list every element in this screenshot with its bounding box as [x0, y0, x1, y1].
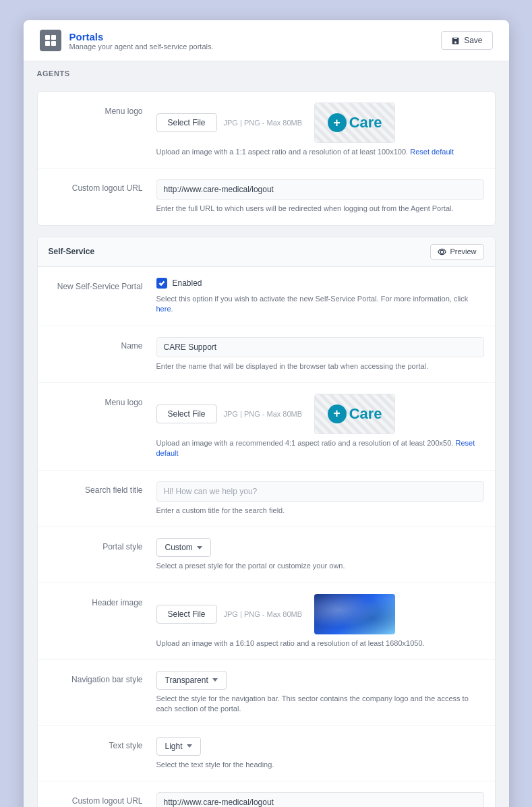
ss-file-hint: JPG | PNG - Max 80MB [224, 410, 303, 418]
self-service-header: Self-Service Preview [38, 237, 495, 267]
nav-bar-style-content: Transparent Select the style for the nav… [156, 671, 484, 715]
svg-rect-3 [51, 41, 56, 46]
agents-file-hint: JPG | PNG - Max 80MB [224, 119, 303, 127]
ss-logout-url-label: Custom logout URL [49, 792, 156, 806]
header-image-file-hint: JPG | PNG - Max 80MB [224, 610, 303, 618]
ss-menu-logo-content: Select File JPG | PNG - Max 80MB + Care … [156, 394, 484, 459]
portal-style-content: Custom Select a preset style for the por… [156, 538, 484, 571]
search-field-label: Search field title [49, 481, 156, 495]
header-image-label: Header image [49, 594, 156, 607]
ss-name-row: Name Enter the name that will be display… [38, 326, 495, 383]
care-plus-icon: + [328, 113, 347, 132]
agents-menu-logo-row: Menu logo Select File JPG | PNG - Max 80… [38, 92, 495, 169]
agents-file-input-row: Select File JPG | PNG - Max 80MB + Care [156, 102, 484, 143]
agents-logout-url-hint: Enter the full URL to which users will b… [156, 204, 484, 214]
header-image-content: Select File JPG | PNG - Max 80MB Upload … [156, 594, 484, 649]
new-portal-row: New Self-Service Portal Enabled Select t… [38, 267, 495, 326]
svg-rect-1 [51, 35, 56, 40]
svg-rect-0 [45, 35, 50, 40]
page-header: Portals Manage your agent and self-servi… [24, 20, 509, 61]
here-link[interactable]: here [156, 305, 171, 313]
ss-name-content: Enter the name that will be displayed in… [156, 337, 484, 371]
save-label: Save [464, 36, 482, 45]
portal-style-label: Portal style [49, 538, 156, 551]
agents-reset-default-link[interactable]: Reset default [410, 148, 454, 156]
ss-menu-logo-row: Menu logo Select File JPG | PNG - Max 80… [38, 383, 495, 471]
header-image-hint: Upload an image with a 16:10 aspect rati… [156, 638, 484, 649]
nav-bar-style-value: Transparent [165, 676, 208, 685]
nav-bar-chevron-icon [212, 678, 218, 682]
nav-bar-style-row: Navigation bar style Transparent Select … [38, 660, 495, 726]
text-style-chevron-icon [187, 744, 192, 748]
ss-logout-url-input[interactable] [156, 792, 484, 807]
portal-style-hint: Select a preset style for the portal or … [156, 561, 484, 571]
ss-name-input[interactable] [156, 337, 484, 357]
ss-care-logo: + Care [328, 405, 382, 423]
text-style-label: Text style [49, 737, 156, 750]
page-subtitle: Manage your agent and self-service porta… [69, 42, 214, 51]
portal-style-chevron-icon [197, 546, 202, 549]
new-portal-label: New Self-Service Portal [49, 278, 156, 291]
self-service-section: Self-Service Preview New Self-Service Po… [37, 237, 496, 807]
agents-section-label: Agents [24, 61, 509, 80]
agents-menu-logo-hint: Upload an image with a 1:1 aspect ratio … [156, 147, 484, 157]
ss-logout-url-content: Enter the full URL to which users will b… [156, 792, 484, 807]
agents-select-file-button[interactable]: Select File [156, 113, 217, 132]
ss-name-hint: Enter the name that will be displayed in… [156, 361, 484, 371]
search-field-input[interactable] [156, 481, 484, 502]
svg-point-4 [440, 250, 444, 253]
agents-logout-url-input[interactable] [156, 179, 484, 200]
nav-bar-style-label: Navigation bar style [49, 671, 156, 684]
text-style-dropdown[interactable]: Light [156, 737, 201, 756]
save-button[interactable]: Save [441, 31, 492, 50]
header-image-select-button[interactable]: Select File [156, 605, 217, 624]
preview-label: Preview [450, 247, 476, 256]
agents-logout-url-label: Custom logout URL [49, 179, 156, 193]
enabled-checkbox-label: Enabled [173, 278, 202, 288]
search-field-row: Search field title Enter a custom title … [38, 471, 495, 527]
svg-rect-2 [45, 41, 50, 46]
preview-button[interactable]: Preview [430, 244, 483, 260]
portal-icon [40, 30, 61, 51]
nav-bar-style-dropdown[interactable]: Transparent [156, 671, 227, 690]
ss-care-plus-icon: + [328, 405, 347, 423]
ss-logout-url-row: Custom logout URL Enter the full URL to … [38, 781, 495, 807]
agents-menu-logo-label: Menu logo [49, 102, 156, 116]
header-left: Portals Manage your agent and self-servi… [40, 30, 214, 51]
search-field-hint: Enter a custom title for the search fiel… [156, 506, 484, 516]
header-text: Portals Manage your agent and self-servi… [69, 31, 214, 51]
care-logo: + Care [328, 113, 382, 132]
header-image-row: Header image Select File JPG | PNG - Max… [38, 583, 495, 660]
portal-style-dropdown[interactable]: Custom [156, 538, 211, 557]
agents-menu-logo-content: Select File JPG | PNG - Max 80MB + Care … [156, 102, 484, 157]
text-style-row: Text style Light Select the text style f… [38, 726, 495, 781]
text-style-content: Light Select the text style for the head… [156, 737, 484, 770]
search-field-content: Enter a custom title for the search fiel… [156, 481, 484, 516]
agents-logout-url-content: Enter the full URL to which users will b… [156, 179, 484, 214]
page-wrapper: Portals Manage your agent and self-servi… [24, 20, 509, 807]
ss-file-input-row: Select File JPG | PNG - Max 80MB + Care [156, 394, 484, 434]
ss-menu-logo-label: Menu logo [49, 394, 156, 407]
ss-select-file-button[interactable]: Select File [156, 405, 217, 423]
header-image-preview [314, 594, 395, 634]
text-style-value: Light [165, 742, 183, 751]
agents-section: Menu logo Select File JPG | PNG - Max 80… [37, 91, 496, 226]
nav-bar-style-hint: Select the style for the navigation bar.… [156, 694, 484, 715]
ss-logo-preview: + Care [314, 394, 395, 434]
self-service-label: Self-Service [49, 247, 95, 256]
text-style-hint: Select the text style for the heading. [156, 760, 484, 770]
portal-style-value: Custom [165, 543, 193, 552]
page-title: Portals [69, 31, 214, 42]
agents-logout-url-row: Custom logout URL Enter the full URL to … [38, 169, 495, 225]
enabled-checkbox[interactable] [156, 278, 167, 289]
agents-logo-preview: + Care [314, 102, 395, 143]
enabled-checkbox-row: Enabled [156, 278, 484, 289]
ss-menu-logo-hint: Upload an image with a recommended 4:1 a… [156, 438, 484, 459]
header-image-file-row: Select File JPG | PNG - Max 80MB [156, 594, 484, 634]
portal-style-row: Portal style Custom Select a preset styl… [38, 527, 495, 582]
new-portal-content: Enabled Select this option if you wish t… [156, 278, 484, 315]
ss-name-label: Name [49, 337, 156, 351]
new-portal-hint: Select this option if you wish to activa… [156, 294, 484, 315]
